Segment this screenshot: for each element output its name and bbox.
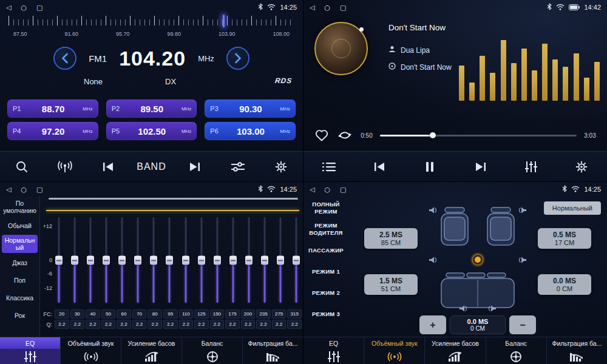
eq-band-slider[interactable] (86, 215, 94, 306)
eq-band-slider[interactable] (166, 215, 174, 306)
mode-item[interactable]: ПАССАЖИР (305, 241, 347, 260)
profile-button[interactable]: Нормальный (544, 201, 601, 215)
tab-balance[interactable]: Баланс (486, 337, 547, 364)
home-icon[interactable]: ○ (21, 186, 27, 193)
equalizer-button[interactable] (517, 155, 545, 179)
seek-bar[interactable] (380, 131, 577, 140)
eq-preset-item[interactable]: Рок (2, 307, 38, 323)
settings-button[interactable] (568, 155, 595, 179)
dx-label[interactable]: DX (165, 77, 176, 86)
back-icon[interactable]: ◁ (310, 186, 314, 193)
eq-preset-item[interactable]: Джаз (2, 254, 38, 271)
preset-button[interactable]: P3 90.30 MHz (205, 99, 296, 118)
eq-band-slider[interactable] (102, 215, 110, 306)
previous-station-button[interactable] (94, 155, 122, 179)
front-left-delay-button[interactable]: 2.5 MS 85 CM (364, 228, 418, 249)
scroll-indicator[interactable] (49, 198, 298, 200)
slider-knob[interactable] (245, 256, 253, 265)
band-button[interactable]: BAND (137, 155, 165, 179)
eq-band-slider[interactable] (293, 215, 300, 306)
rear-right-delay-button[interactable]: 0.0 MS 0 CM (538, 274, 591, 295)
preset-button[interactable]: P5 102.50 MHz (106, 122, 197, 140)
back-icon[interactable]: ◁ (6, 186, 11, 193)
home-icon[interactable]: ○ (324, 186, 330, 193)
mode-item[interactable]: РЕЖИМ 1 (305, 263, 347, 281)
eq-band-slider[interactable] (277, 215, 285, 306)
slider-knob[interactable] (118, 256, 126, 265)
previous-track-button[interactable] (365, 155, 393, 179)
slider-knob[interactable] (229, 256, 237, 265)
slider-knob[interactable] (261, 256, 268, 265)
slider-knob[interactable] (166, 256, 173, 265)
tab-bass-boost[interactable]: Усиление басов (121, 337, 182, 364)
next-track-button[interactable] (467, 155, 495, 179)
seek-knob[interactable] (430, 132, 436, 138)
tab-eq[interactable]: EQ (304, 337, 364, 364)
rear-left-delay-button[interactable]: 1.5 MS 51 CM (364, 274, 418, 295)
back-icon[interactable]: ◁ (6, 4, 11, 11)
audio-tune-button[interactable] (224, 155, 252, 179)
mode-item[interactable]: РЕЖИМ 2 (305, 284, 347, 302)
mode-item[interactable]: ПОЛНЫЙ РЕЖИМ (305, 199, 347, 217)
eq-band-slider[interactable] (213, 215, 221, 306)
tab-surround-sound[interactable]: Объёмный звук (364, 337, 425, 364)
preset-button[interactable]: P2 89.50 MHz (106, 99, 197, 118)
slider-knob[interactable] (293, 256, 300, 265)
slider-knob[interactable] (103, 256, 110, 265)
frequency-ruler[interactable]: 87.5091.6095.7099.80103.90108.00 (8, 15, 294, 41)
slider-knob[interactable] (87, 256, 94, 265)
decrease-delay-button[interactable]: − (509, 315, 536, 334)
increase-delay-button[interactable]: + (419, 315, 446, 334)
slider-knob[interactable] (198, 256, 205, 265)
repeat-button[interactable] (336, 127, 353, 143)
pause-button[interactable] (416, 155, 444, 179)
eq-preset-item[interactable]: Обычай (2, 217, 38, 234)
eq-preset-item[interactable]: По умолчанию (2, 198, 38, 216)
slider-knob[interactable] (71, 256, 78, 265)
slider-knob[interactable] (134, 256, 141, 265)
preset-button[interactable]: P1 88.70 MHz (7, 99, 98, 118)
slider-knob[interactable] (150, 256, 157, 265)
eq-band-slider[interactable] (245, 215, 253, 306)
recents-icon[interactable]: ▢ (340, 186, 346, 193)
eq-band-slider[interactable] (197, 215, 205, 306)
settings-button[interactable] (267, 155, 295, 179)
eq-band-slider[interactable] (261, 215, 269, 306)
mode-item[interactable]: РЕЖИМ 3 (305, 305, 347, 323)
eq-preset-item[interactable]: Поп (2, 272, 38, 288)
home-icon[interactable]: ○ (324, 4, 330, 11)
eq-band-slider[interactable] (181, 215, 189, 306)
slider-knob[interactable] (55, 256, 63, 265)
mode-item[interactable]: РЕЖИМ ВОДИТЕЛЯ (305, 220, 347, 238)
scan-stations-button[interactable] (51, 155, 79, 179)
eq-preset-item[interactable]: Классика (2, 289, 38, 306)
tab-eq[interactable]: EQ (0, 337, 61, 364)
eq-band-slider[interactable] (55, 215, 63, 306)
recents-icon[interactable]: ▢ (36, 4, 42, 11)
eq-band-slider[interactable] (150, 215, 158, 306)
tune-down-button[interactable] (53, 47, 76, 70)
search-button[interactable] (8, 155, 36, 179)
eq-band-slider[interactable] (229, 215, 237, 306)
back-icon[interactable]: ◁ (310, 4, 314, 11)
tab-filter[interactable]: Фильтрация ба... (243, 337, 303, 364)
playlist-button[interactable] (315, 155, 343, 179)
home-icon[interactable]: ○ (21, 4, 27, 11)
tune-up-button[interactable] (226, 47, 249, 70)
slider-knob[interactable] (277, 256, 284, 265)
eq-band-slider[interactable] (118, 215, 126, 306)
slider-knob[interactable] (214, 256, 221, 265)
preset-button[interactable]: P4 97.20 MHz (7, 122, 98, 140)
front-right-delay-button[interactable]: 0.5 MS 17 CM (538, 228, 591, 249)
recents-icon[interactable]: ▢ (36, 186, 42, 193)
tab-surround-sound[interactable]: Объёмный звук (61, 337, 121, 364)
eq-band-slider[interactable] (70, 215, 78, 306)
tab-filter[interactable]: Фильтрация ба... (547, 337, 607, 364)
favorite-button[interactable] (313, 127, 330, 143)
tab-bass-boost[interactable]: Усиление басов (425, 337, 486, 364)
eq-band-slider[interactable] (134, 215, 142, 306)
tab-balance[interactable]: Баланс (182, 337, 243, 364)
next-station-button[interactable] (181, 155, 209, 179)
preset-button[interactable]: P6 103.00 MHz (205, 122, 296, 140)
album-art[interactable] (314, 22, 368, 75)
